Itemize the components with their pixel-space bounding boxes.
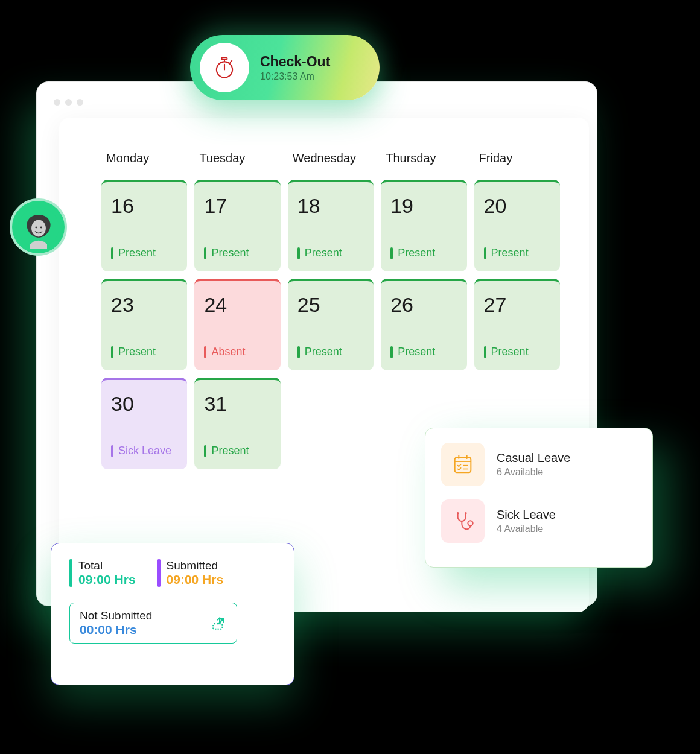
day-label-monday: Monday (101, 151, 187, 165)
day-label-thursday: Thursday (381, 151, 466, 165)
check-out-button[interactable]: Check-Out 10:23:53 Am (190, 35, 380, 100)
hours-row: Total 09:00 Hrs Submitted 09:00 Hrs (69, 559, 276, 587)
day-number: 24 (204, 293, 270, 317)
stopwatch-icon (200, 43, 249, 92)
calendar-grid: 16Present17Present18Present19Present20Pr… (101, 180, 560, 469)
calendar-day-cell[interactable]: 24Absent (194, 279, 280, 370)
check-out-time: 10:23:53 Am (260, 71, 330, 82)
day-number: 20 (484, 194, 550, 218)
status-text: Present (305, 247, 342, 259)
accent-bar (158, 559, 161, 587)
sick-leave-row[interactable]: Sick Leave 4 Available (441, 499, 637, 543)
status-text: Absent (211, 346, 245, 358)
day-status: Present (390, 247, 457, 259)
check-out-text: Check-Out 10:23:53 Am (260, 54, 330, 82)
status-accent-bar (204, 445, 206, 457)
accent-bar (69, 559, 72, 587)
status-accent-bar (390, 247, 393, 259)
status-text: Present (398, 247, 435, 259)
status-accent-bar (298, 247, 300, 259)
window-dot (65, 99, 72, 106)
day-status: Present (298, 247, 364, 259)
svg-point-6 (31, 220, 46, 236)
day-number: 25 (298, 293, 364, 317)
total-label: Total (78, 559, 136, 572)
status-accent-bar (111, 346, 113, 358)
calendar-day-cell[interactable]: 23Present (101, 279, 187, 370)
sick-leave-text: Sick Leave 4 Available (497, 508, 556, 534)
svg-point-8 (40, 226, 42, 228)
status-text: Present (211, 445, 249, 457)
day-status: Present (111, 247, 177, 259)
calendar-day-cell[interactable]: 19Present (381, 180, 466, 271)
not-submitted-value: 00:00 Hrs (80, 623, 152, 637)
svg-point-16 (457, 512, 459, 514)
status-text: Present (305, 346, 342, 358)
stethoscope-icon (441, 499, 485, 543)
day-number: 18 (298, 194, 364, 218)
check-out-title: Check-Out (260, 54, 330, 70)
not-submitted-button[interactable]: Not Submitted 00:00 Hrs (69, 603, 237, 644)
calendar-day-cell[interactable]: 18Present (288, 180, 374, 271)
day-status: Present (484, 346, 550, 358)
hours-summary-card: Total 09:00 Hrs Submitted 09:00 Hrs Not … (51, 543, 294, 685)
calendar-day-cell[interactable]: 17Present (194, 180, 280, 271)
sick-leave-sub: 4 Available (497, 524, 556, 534)
day-number: 27 (484, 293, 550, 317)
day-status: Present (204, 445, 270, 457)
status-accent-bar (111, 247, 113, 259)
calendar-day-cell[interactable]: 27Present (474, 279, 560, 370)
not-submitted-label: Not Submitted (80, 609, 152, 623)
window-dot (77, 99, 83, 106)
sick-leave-title: Sick Leave (497, 508, 556, 522)
calendar-day-cell[interactable]: 26Present (381, 279, 466, 370)
calendar-days-header: Monday Tuesday Wednesday Thursday Friday (101, 151, 560, 165)
submitted-hours-item: Submitted 09:00 Hrs (158, 559, 224, 587)
calendar-day-cell[interactable]: 31Present (194, 378, 280, 469)
day-number: 19 (390, 194, 457, 218)
window-dot (54, 99, 60, 106)
status-accent-bar (390, 346, 393, 358)
submitted-label: Submitted (167, 559, 224, 572)
total-value: 09:00 Hrs (78, 572, 136, 587)
status-accent-bar (298, 346, 300, 358)
day-status: Absent (204, 346, 270, 358)
day-status: Present (390, 346, 457, 358)
day-status: Present (484, 247, 550, 259)
status-text: Present (211, 247, 249, 259)
day-number: 23 (111, 293, 177, 317)
svg-line-4 (231, 61, 232, 63)
status-text: Present (491, 346, 529, 358)
avatar[interactable] (10, 198, 67, 256)
casual-leave-text: Casual Leave 6 Available (497, 451, 570, 478)
svg-point-15 (468, 521, 472, 525)
status-accent-bar (484, 346, 486, 358)
avatar-face-icon (18, 206, 60, 249)
day-number: 16 (111, 194, 177, 218)
calendar-day-cell[interactable]: 30Sick Leave (101, 378, 187, 469)
day-status: Present (298, 346, 364, 358)
calendar-day-cell[interactable]: 20Present (474, 180, 560, 271)
casual-leave-sub: 6 Available (497, 467, 570, 478)
svg-point-17 (465, 512, 466, 514)
status-accent-bar (484, 247, 486, 259)
day-label-tuesday: Tuesday (194, 151, 280, 165)
submitted-value: 09:00 Hrs (167, 572, 224, 587)
calendar-checklist-icon (441, 443, 485, 486)
window-dots (54, 99, 83, 106)
calendar-day-cell[interactable]: 25Present (288, 279, 374, 370)
day-status: Sick Leave (111, 445, 177, 457)
status-text: Sick Leave (118, 445, 171, 457)
day-status: Present (111, 346, 177, 358)
casual-leave-row[interactable]: Casual Leave 6 Available (441, 443, 637, 486)
day-number: 30 (111, 392, 177, 416)
calendar-day-cell[interactable]: 16Present (101, 180, 187, 271)
export-icon (211, 615, 227, 631)
status-accent-bar (204, 247, 206, 259)
day-number: 26 (390, 293, 457, 317)
day-label-friday: Friday (474, 151, 560, 165)
leave-balance-card: Casual Leave 6 Available Sick Leave 4 Av… (425, 428, 653, 568)
casual-leave-title: Casual Leave (497, 451, 570, 465)
status-text: Present (118, 247, 156, 259)
day-label-wednesday: Wednesday (288, 151, 374, 165)
